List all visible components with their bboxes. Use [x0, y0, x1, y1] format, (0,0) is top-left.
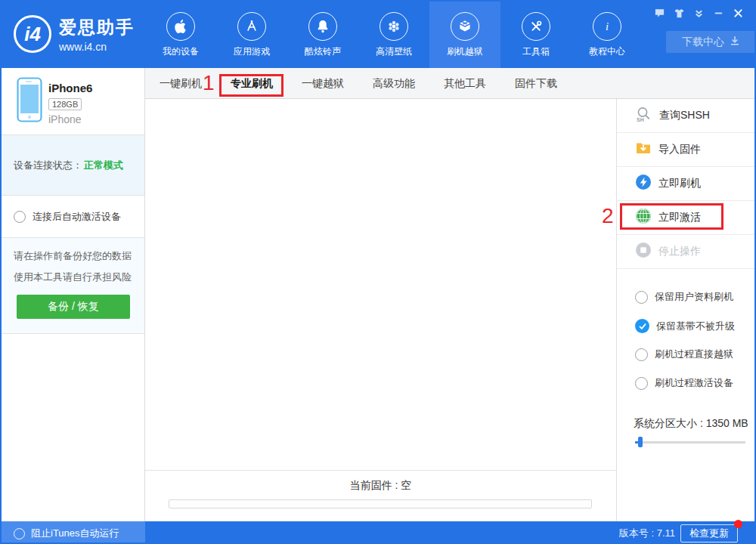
block-itunes-radio[interactable] — [14, 528, 25, 539]
tab-firmware-download[interactable]: 固件下载 — [515, 68, 557, 99]
warning-line-2: 使用本工具请自行承担风险 — [14, 267, 144, 288]
option-jailbreak-during-flash[interactable]: 刷机过程直接越狱 — [635, 348, 733, 361]
warning-line-1: 请在操作前备份好您的数据 — [14, 246, 144, 267]
slider-handle[interactable] — [638, 437, 643, 447]
option-keep-user-data[interactable]: 保留用户资料刷机 — [635, 290, 733, 304]
option-radio-unchecked[interactable] — [635, 291, 648, 304]
wallpaper-flower-icon — [380, 12, 408, 41]
block-itunes-row: 阻止iTunes自动运行 — [2, 521, 145, 544]
block-itunes-label[interactable]: 阻止iTunes自动运行 — [31, 527, 119, 540]
nav-toolbox[interactable]: 工具箱 — [500, 2, 572, 68]
minimize-icon[interactable] — [712, 7, 724, 19]
firmware-status-section: 当前固件 : 空 — [145, 470, 616, 521]
slider-track[interactable] — [635, 441, 745, 444]
shsh-search-icon: SH — [635, 106, 652, 126]
firmware-progress-bar — [169, 499, 592, 508]
flash-icon — [635, 174, 652, 193]
auto-activate-label[interactable]: 连接后自动激活设备 — [33, 210, 121, 224]
apple-icon — [166, 12, 195, 41]
option-radio-unchecked[interactable] — [635, 348, 648, 361]
import-firmware-button[interactable]: 导入固件 — [617, 133, 756, 167]
action-panel: SH 查询SHSH 导入固件 立即刷机 立即激活 停止 — [616, 99, 756, 521]
nav-app-games[interactable]: 应用游戏 — [216, 2, 287, 68]
device-name: iPhone6 — [48, 82, 92, 94]
device-info-card: iPhone6 128GB iPhone — [2, 68, 144, 135]
partition-size-label: 系统分区大小 : 1350 MB — [634, 417, 748, 431]
annotation-step2-number: 2 — [602, 206, 614, 227]
option-activate-during-flash[interactable]: 刷机过程激活设备 — [635, 376, 733, 390]
tab-other-tools[interactable]: 其他工具 — [444, 68, 486, 99]
tab-pro-flash[interactable]: 专业刷机 — [231, 68, 273, 99]
comment-icon[interactable] — [653, 7, 665, 19]
app-window: i4 爱思助手 www.i4.cn 我的设备 应用游戏 酷炫铃声 — [0, 0, 756, 544]
nav-ringtones[interactable]: 酷炫铃声 — [287, 2, 358, 68]
logo-i4-icon: i4 — [14, 15, 51, 53]
stop-operation-button: 停止操作 — [617, 235, 756, 269]
app-logo: i4 爱思助手 www.i4.cn — [14, 15, 135, 53]
auto-activate-radio[interactable] — [14, 211, 26, 223]
query-shsh-button[interactable]: SH 查询SHSH — [617, 99, 756, 133]
nav-wallpapers[interactable]: 高清壁纸 — [358, 2, 429, 68]
tab-one-key-flash[interactable]: 一键刷机 — [160, 68, 202, 99]
jailbreak-box-icon — [451, 12, 479, 41]
stop-icon — [635, 242, 652, 261]
bell-icon — [308, 12, 337, 41]
activate-globe-icon — [635, 208, 652, 227]
option-radio-unchecked[interactable] — [635, 377, 648, 390]
tab-one-key-jailbreak[interactable]: 一键越狱 — [302, 68, 344, 99]
update-notification-dot — [734, 520, 742, 528]
tray-minimize-icon[interactable] — [692, 7, 705, 19]
header: i4 爱思助手 www.i4.cn 我的设备 应用游戏 酷炫铃声 — [2, 2, 754, 68]
current-firmware-label: 当前固件 : 空 — [145, 479, 616, 493]
window-controls — [653, 7, 744, 19]
flash-now-button[interactable]: 立即刷机 — [617, 167, 756, 201]
tab-advanced[interactable]: 高级功能 — [373, 68, 415, 99]
annotation-step1-number: 1 — [203, 73, 215, 94]
svg-text:SH: SH — [637, 117, 644, 122]
iphone-icon — [17, 77, 42, 125]
connection-status-value: 正常模式 — [84, 159, 123, 172]
check-update-button[interactable]: 检查更新 — [680, 524, 738, 542]
download-center-button[interactable]: 下载中心 — [666, 31, 756, 53]
backup-warning-section: 请在操作前备份好您的数据 使用本工具请自行承担风险 备份 / 恢复 — [2, 238, 144, 334]
svg-text:i: i — [606, 20, 609, 32]
activate-now-button[interactable]: 立即激活 — [617, 201, 756, 235]
main-content: 当前固件 : 空 — [145, 99, 616, 521]
device-model: iPhone — [48, 113, 82, 125]
flash-tabbar: 一键刷机 专业刷机 一键越狱 高级功能 其他工具 固件下载 — [145, 68, 754, 99]
option-radio-checked[interactable] — [635, 319, 649, 333]
skin-icon[interactable] — [673, 7, 685, 19]
close-icon[interactable] — [732, 7, 744, 19]
connection-status-label: 设备连接状态： — [14, 159, 82, 172]
partition-size-slider[interactable] — [635, 437, 745, 447]
backup-restore-button[interactable]: 备份 / 恢复 — [17, 295, 130, 319]
nav-my-devices[interactable]: 我的设备 — [145, 2, 216, 68]
app-url: www.i4.cn — [59, 41, 135, 53]
toolbox-icon — [522, 12, 550, 41]
import-firmware-icon — [635, 140, 652, 159]
bottom-bar: 阻止iTunes自动运行 版本号 : 7.11 检查更新 — [2, 521, 754, 544]
connection-status: 设备连接状态： 正常模式 — [2, 135, 144, 196]
appstore-icon — [237, 12, 266, 41]
download-icon — [730, 36, 740, 48]
version-label: 版本号 : 7.11 — [619, 521, 675, 544]
info-icon: i — [593, 12, 621, 41]
device-sidebar: iPhone6 128GB iPhone 设备连接状态： 正常模式 连接后自动激… — [2, 68, 145, 521]
app-title: 爱思助手 — [59, 16, 135, 39]
auto-activate-row: 连接后自动激活设备 — [2, 196, 144, 238]
option-keep-baseband[interactable]: 保留基带不被升级 — [635, 319, 735, 333]
nav-tutorials[interactable]: i 教程中心 — [572, 2, 643, 68]
device-capacity-badge: 128GB — [48, 98, 82, 110]
nav-flash-jailbreak[interactable]: 刷机越狱 — [429, 2, 500, 68]
